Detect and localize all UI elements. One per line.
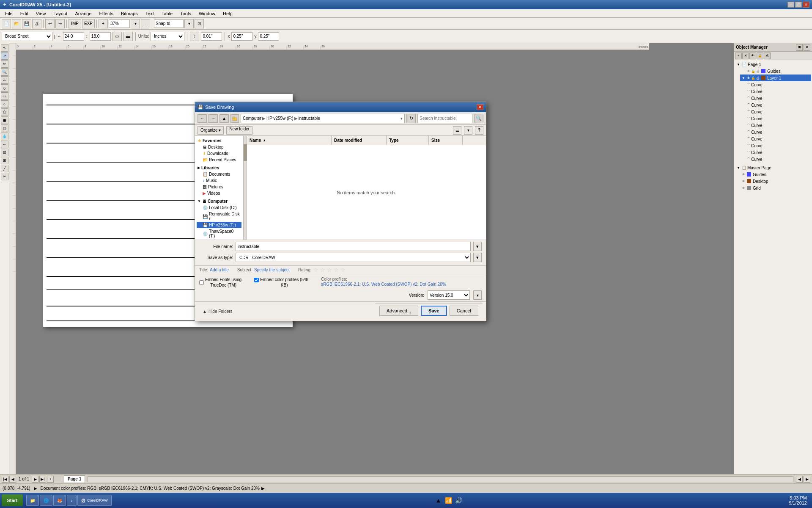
tree-curve9[interactable]: ⌒ Curve <box>745 135 811 142</box>
snap-btn[interactable]: ⊡ <box>195 19 204 28</box>
width-input[interactable]: 24.0 <box>63 32 84 41</box>
search-input[interactable] <box>417 114 472 123</box>
tree-curve5[interactable]: ⌒ Curve <box>745 108 811 115</box>
cancel-btn-dialog[interactable]: Cancel <box>450 306 478 316</box>
star2[interactable]: ☆ <box>320 267 325 273</box>
menu-help[interactable]: Help <box>219 10 236 17</box>
zoom-input[interactable]: 37% <box>109 19 130 28</box>
y-input[interactable]: 0.25" <box>258 32 279 41</box>
nav-hp-drive[interactable]: 💾 HP v255w (F:) <box>197 222 241 228</box>
favorites-header[interactable]: ★ Favorites <box>197 138 241 144</box>
start-button[interactable]: Start <box>2 494 23 506</box>
libraries-header[interactable]: ▶ Libraries <box>197 165 241 171</box>
print-btn[interactable]: 🖨 <box>32 19 41 28</box>
next-page-btn[interactable]: ▶ <box>32 476 38 483</box>
rect-tool[interactable]: ▭ <box>1 92 8 100</box>
taskbar-firefox-btn[interactable]: 🦊 <box>53 495 66 506</box>
open-btn[interactable]: 📂 <box>12 19 21 28</box>
tree-grid[interactable]: 👁 Grid <box>740 185 811 191</box>
page1-tab[interactable]: Page 1 <box>64 475 85 483</box>
nav-downloads[interactable]: ⬇ Downloads <box>197 150 241 157</box>
taskbar-media-btn[interactable]: ♪ <box>67 495 77 506</box>
nav-removable[interactable]: 💾 Removable Disk r <box>197 211 241 222</box>
trans-tool[interactable]: ⊡ <box>1 149 8 156</box>
menu-bitmaps[interactable]: Bitmaps <box>118 10 141 17</box>
text-tool[interactable]: A <box>1 76 8 84</box>
star3[interactable]: ☆ <box>327 267 332 273</box>
knife-tool[interactable]: ✂ <box>1 173 8 180</box>
organize-btn[interactable]: Organize ▾ <box>198 126 224 135</box>
nav-pictures[interactable]: 🖼 Pictures <box>197 184 241 190</box>
connector-tool[interactable]: ╱ <box>1 165 8 172</box>
menu-effects[interactable]: Effects <box>96 10 117 17</box>
fill-tool[interactable]: ◼ <box>1 116 8 124</box>
filename-dropdown[interactable]: ▾ <box>473 242 482 251</box>
tree-curve6[interactable]: ⌒ Curve <box>745 115 811 122</box>
dialog-forward-btn[interactable]: → <box>208 114 218 123</box>
prev-page-btn[interactable]: ◀ <box>9 476 16 483</box>
nudge-btn[interactable]: ↕ <box>190 32 199 41</box>
refresh-btn[interactable]: ↻ <box>406 114 416 123</box>
save-btn-dialog[interactable]: Save <box>421 306 447 316</box>
tree-curve7[interactable]: ⌒ Curve <box>745 122 811 129</box>
star1[interactable]: ☆ <box>313 267 318 273</box>
om-delete-btn[interactable]: ✕ <box>742 52 749 59</box>
new-folder-btn[interactable]: New folder <box>226 126 252 135</box>
snap-dropdown[interactable]: ▾ <box>184 19 194 28</box>
tree-curve2[interactable]: ⌒ Curve <box>745 88 811 95</box>
version-select[interactable]: Version 15.0 <box>428 290 470 300</box>
tree-desktop[interactable]: 👁 Desktop <box>740 178 811 185</box>
first-page-btn[interactable]: |◀ <box>2 476 8 483</box>
help-btn[interactable]: ? <box>475 126 483 135</box>
menu-layout[interactable]: Layout <box>50 10 71 17</box>
close-btn[interactable]: ✕ <box>803 2 809 8</box>
save-btn[interactable]: 💾 <box>22 19 31 28</box>
subject-link[interactable]: Specify the subject <box>254 268 290 272</box>
pick-tool[interactable]: ↗ <box>1 52 8 60</box>
landscape-btn[interactable]: ▬ <box>123 32 133 41</box>
om-pin-btn[interactable]: ⊞ <box>796 44 803 51</box>
zoom-out-btn[interactable]: - <box>141 19 150 28</box>
nav-panel-scrollbar[interactable] <box>244 136 247 240</box>
zoom-in-btn[interactable]: + <box>99 19 108 28</box>
export-btn[interactable]: EXP <box>82 19 95 28</box>
dialog-up-btn[interactable]: ▲ <box>219 114 229 123</box>
page-size-select[interactable]: Broad Sheet <box>2 32 52 41</box>
filename-input[interactable] <box>236 242 471 251</box>
scroll-left-btn[interactable]: ◀ <box>796 476 803 483</box>
col-size[interactable]: Size <box>429 136 463 145</box>
star4[interactable]: ☆ <box>334 267 339 273</box>
new-btn[interactable]: 📄 <box>2 19 11 28</box>
restore-btn[interactable]: ◻ <box>795 2 802 8</box>
table-tool[interactable]: ⊞ <box>1 157 8 164</box>
tree-master-page[interactable]: ▼ 📋 Master Page <box>735 164 811 171</box>
nudge-input[interactable]: 0.01" <box>201 32 222 41</box>
savetype-dropdown[interactable]: ▾ <box>473 253 482 262</box>
tree-page1[interactable]: ▼ 📄 Page 1 <box>735 61 811 68</box>
menu-arrange[interactable]: Arrange <box>71 10 95 17</box>
redo-btn[interactable]: ↪ <box>55 19 65 28</box>
tree-layer1[interactable]: ▼ 👁 🔒 🖨 Layer 1 <box>740 75 811 81</box>
units-select[interactable]: inches <box>151 32 184 41</box>
freehand-tool[interactable]: ✏ <box>1 60 8 68</box>
view-btn[interactable]: ☰ <box>453 126 461 135</box>
view-dropdown-btn[interactable]: ▾ <box>464 126 472 135</box>
taskbar-chrome-btn[interactable]: 🌐 <box>40 495 52 506</box>
last-page-btn[interactable]: ▶| <box>39 476 46 483</box>
col-date[interactable]: Date modified <box>332 136 387 145</box>
height-input[interactable]: 18.0 <box>90 32 111 41</box>
blend-tool[interactable]: ↔ <box>1 141 8 148</box>
minimize-btn[interactable]: ─ <box>787 2 794 8</box>
tree-curve4[interactable]: ⌒ Curve <box>745 102 811 108</box>
menu-tools[interactable]: Tools <box>177 10 195 17</box>
om-print-btn[interactable]: 🖨 <box>764 52 771 59</box>
import-btn[interactable]: IMP <box>69 19 81 28</box>
version-dropdown[interactable]: ▾ <box>473 290 482 300</box>
dialog-back-btn[interactable]: ← <box>198 114 207 123</box>
menu-text[interactable]: Text <box>142 10 157 17</box>
x-input[interactable]: 0.25" <box>231 32 252 41</box>
dialog-close-button[interactable]: ✕ <box>477 104 483 110</box>
nav-documents[interactable]: 📋 Documents <box>197 171 241 177</box>
nav-videos[interactable]: ▶ Videos <box>197 190 241 196</box>
menu-window[interactable]: Window <box>195 10 219 17</box>
